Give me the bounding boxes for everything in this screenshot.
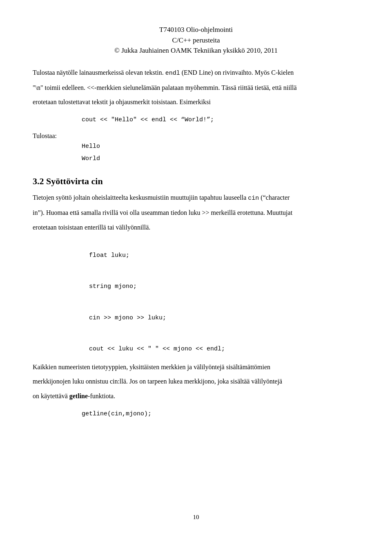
section-32-p5: on käytettävä getline-funktiota. (33, 391, 359, 401)
page-header: T740103 Olio-ohjelmointi C/C++ perusteit… (33, 25, 359, 56)
tulostaa-label: Tulostaa: (33, 132, 359, 140)
section-32-p3: Kaikkien numeeristen tietotyyppien, yksi… (33, 362, 359, 372)
endl-inline: endl (165, 70, 180, 77)
section-32-p1-cont: in”). Huomaa että samalla rivillä voi ol… (33, 207, 359, 218)
output-world: World (82, 154, 359, 164)
section-32-heading: 3.2 Syöttövirta cin (33, 176, 359, 187)
code-block-2: float luku; string mjono; cin >> mjono >… (82, 240, 359, 355)
intro-text-1: Tulostaa näytölle lainausmerkeissä oleva… (33, 69, 164, 76)
section-32-p5-after: -funktiota. (88, 393, 115, 399)
output-hello: Hello (82, 141, 359, 152)
getline-bold: getline (69, 393, 88, 399)
header-line1: T740103 Olio-ohjelmointi (33, 25, 359, 35)
section-32-p2: erotetaan toisistaan enterillä tai välil… (33, 222, 359, 233)
intro-p1: Tulostaa näytölle lainausmerkeissä oleva… (33, 67, 359, 78)
code-block-1: cout << "Hello" << endl << “World!”; (82, 115, 359, 125)
section-32-p1: Tietojen syöttö joltain oheislaitteelta … (33, 192, 359, 203)
section-32-p1-before: Tietojen syöttö joltain oheislaitteelta … (33, 194, 248, 201)
page-number: 10 (0, 514, 392, 521)
code-block-3: getline(cin,mjono); (82, 409, 359, 419)
code2-line4: cout << luku << " " << mjono << endl; (89, 346, 225, 352)
code2-line3: cin >> mjono >> luku; (89, 314, 166, 321)
section-32-p5-before: on käytettävä (33, 393, 69, 399)
section-32-p4: merkkijonojen luku onnistuu cin:llä. Jos… (33, 376, 359, 387)
code2-line1: float luku; (89, 252, 129, 259)
intro-p3: erotetaan tulostettavat tekstit ja ohjau… (33, 97, 359, 107)
intro-p2: "\n" toimii edelleen. <<-merkkien sielun… (33, 83, 359, 93)
intro-text-2: (END Line) on rivinvaihto. Myös C-kielen (182, 69, 294, 76)
cin-inline: cin (248, 195, 259, 202)
section-32: 3.2 Syöttövirta cin Tietojen syöttö jolt… (33, 176, 359, 232)
code2-line2: string mjono; (89, 283, 137, 290)
header-line2: C/C++ perusteita (33, 35, 359, 46)
section-32-p1-after: (“character (259, 194, 290, 201)
header-line3: © Jukka Jauhiainen OAMK Tekniikan yksikk… (33, 45, 359, 56)
